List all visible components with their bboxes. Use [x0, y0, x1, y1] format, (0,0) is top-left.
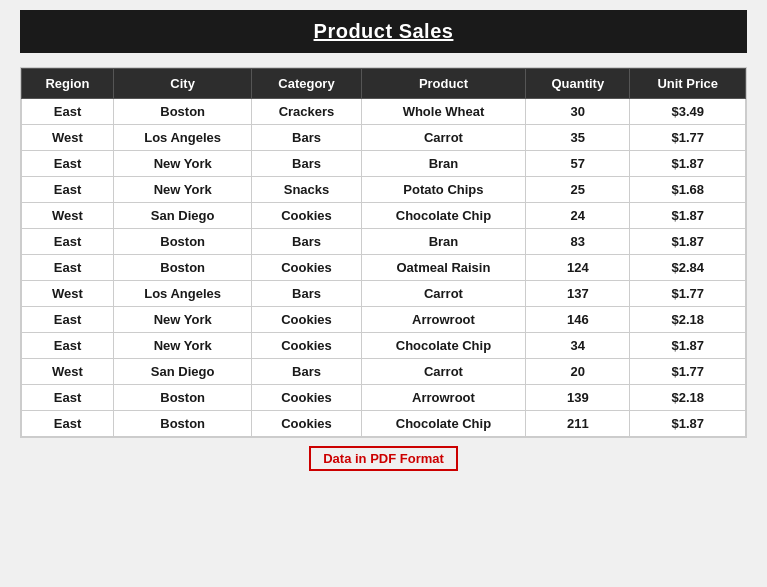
table-cell-r5-c0: East [22, 229, 114, 255]
column-header-category: Category [252, 69, 361, 99]
table-cell-r0-c0: East [22, 99, 114, 125]
table-cell-r5-c1: Boston [113, 229, 251, 255]
table-cell-r3-c0: East [22, 177, 114, 203]
table-cell-r4-c5: $1.87 [630, 203, 746, 229]
table-cell-r11-c3: Arrowroot [361, 385, 526, 411]
table-cell-r1-c2: Bars [252, 125, 361, 151]
table-cell-r9-c0: East [22, 333, 114, 359]
table-cell-r11-c4: 139 [526, 385, 630, 411]
table-row: WestSan DiegoBarsCarrot20$1.77 [22, 359, 746, 385]
table-row: EastBostonCrackersWhole Wheat30$3.49 [22, 99, 746, 125]
table-cell-r6-c0: East [22, 255, 114, 281]
table-cell-r5-c5: $1.87 [630, 229, 746, 255]
table-cell-r0-c5: $3.49 [630, 99, 746, 125]
table-cell-r1-c3: Carrot [361, 125, 526, 151]
table-cell-r7-c2: Bars [252, 281, 361, 307]
column-header-quantity: Quantity [526, 69, 630, 99]
table-cell-r10-c0: West [22, 359, 114, 385]
table-wrapper: RegionCityCategoryProductQuantityUnit Pr… [20, 67, 747, 438]
table-row: EastBostonCookiesArrowroot139$2.18 [22, 385, 746, 411]
table-cell-r1-c4: 35 [526, 125, 630, 151]
table-cell-r6-c3: Oatmeal Raisin [361, 255, 526, 281]
header-row: RegionCityCategoryProductQuantityUnit Pr… [22, 69, 746, 99]
column-header-region: Region [22, 69, 114, 99]
table-cell-r9-c4: 34 [526, 333, 630, 359]
table-cell-r10-c3: Carrot [361, 359, 526, 385]
table-cell-r9-c3: Chocolate Chip [361, 333, 526, 359]
table-cell-r9-c2: Cookies [252, 333, 361, 359]
table-cell-r3-c1: New York [113, 177, 251, 203]
table-cell-r6-c5: $2.84 [630, 255, 746, 281]
table-cell-r2-c1: New York [113, 151, 251, 177]
table-cell-r0-c3: Whole Wheat [361, 99, 526, 125]
table-cell-r9-c1: New York [113, 333, 251, 359]
table-cell-r10-c5: $1.77 [630, 359, 746, 385]
table-row: EastNew YorkSnacksPotato Chips25$1.68 [22, 177, 746, 203]
table-cell-r2-c2: Bars [252, 151, 361, 177]
table-cell-r12-c1: Boston [113, 411, 251, 437]
table-row: WestLos AngelesBarsCarrot137$1.77 [22, 281, 746, 307]
table-cell-r1-c5: $1.77 [630, 125, 746, 151]
table-cell-r3-c5: $1.68 [630, 177, 746, 203]
table-cell-r3-c3: Potato Chips [361, 177, 526, 203]
table-row: EastBostonCookiesOatmeal Raisin124$2.84 [22, 255, 746, 281]
table-header: RegionCityCategoryProductQuantityUnit Pr… [22, 69, 746, 99]
table-cell-r6-c4: 124 [526, 255, 630, 281]
table-cell-r2-c5: $1.87 [630, 151, 746, 177]
table-cell-r0-c1: Boston [113, 99, 251, 125]
table-cell-r2-c4: 57 [526, 151, 630, 177]
table-cell-r12-c2: Cookies [252, 411, 361, 437]
pdf-label-text: Data in PDF Format [309, 446, 458, 471]
column-header-unit-price: Unit Price [630, 69, 746, 99]
table-row: EastNew YorkCookiesChocolate Chip34$1.87 [22, 333, 746, 359]
table-row: EastBostonBarsBran83$1.87 [22, 229, 746, 255]
table-cell-r7-c1: Los Angeles [113, 281, 251, 307]
table-cell-r2-c3: Bran [361, 151, 526, 177]
table-cell-r4-c2: Cookies [252, 203, 361, 229]
table-cell-r0-c2: Crackers [252, 99, 361, 125]
table-cell-r1-c1: Los Angeles [113, 125, 251, 151]
table-row: EastNew YorkBarsBran57$1.87 [22, 151, 746, 177]
table-cell-r4-c4: 24 [526, 203, 630, 229]
table-cell-r7-c4: 137 [526, 281, 630, 307]
table-cell-r11-c0: East [22, 385, 114, 411]
table-cell-r5-c2: Bars [252, 229, 361, 255]
table-cell-r2-c0: East [22, 151, 114, 177]
table-cell-r1-c0: West [22, 125, 114, 151]
table-cell-r0-c4: 30 [526, 99, 630, 125]
page-title: Product Sales [40, 20, 727, 43]
table-cell-r8-c5: $2.18 [630, 307, 746, 333]
table-cell-r4-c0: West [22, 203, 114, 229]
table-row: EastBostonCookiesChocolate Chip211$1.87 [22, 411, 746, 437]
table-cell-r4-c3: Chocolate Chip [361, 203, 526, 229]
table-cell-r3-c2: Snacks [252, 177, 361, 203]
table-cell-r12-c5: $1.87 [630, 411, 746, 437]
title-bar: Product Sales [20, 10, 747, 53]
table-cell-r10-c2: Bars [252, 359, 361, 385]
table-cell-r12-c3: Chocolate Chip [361, 411, 526, 437]
column-header-city: City [113, 69, 251, 99]
table-row: EastNew YorkCookiesArrowroot146$2.18 [22, 307, 746, 333]
column-header-product: Product [361, 69, 526, 99]
table-cell-r11-c5: $2.18 [630, 385, 746, 411]
table-cell-r11-c2: Cookies [252, 385, 361, 411]
table-cell-r6-c1: Boston [113, 255, 251, 281]
table-cell-r8-c0: East [22, 307, 114, 333]
product-sales-table: RegionCityCategoryProductQuantityUnit Pr… [21, 68, 746, 437]
table-cell-r8-c4: 146 [526, 307, 630, 333]
table-cell-r6-c2: Cookies [252, 255, 361, 281]
table-cell-r9-c5: $1.87 [630, 333, 746, 359]
table-cell-r12-c4: 211 [526, 411, 630, 437]
table-cell-r10-c4: 20 [526, 359, 630, 385]
table-cell-r8-c2: Cookies [252, 307, 361, 333]
table-cell-r12-c0: East [22, 411, 114, 437]
table-cell-r7-c3: Carrot [361, 281, 526, 307]
table-row: WestSan DiegoCookiesChocolate Chip24$1.8… [22, 203, 746, 229]
table-cell-r7-c0: West [22, 281, 114, 307]
table-body: EastBostonCrackersWhole Wheat30$3.49West… [22, 99, 746, 437]
table-cell-r3-c4: 25 [526, 177, 630, 203]
table-cell-r8-c3: Arrowroot [361, 307, 526, 333]
table-cell-r4-c1: San Diego [113, 203, 251, 229]
table-cell-r7-c5: $1.77 [630, 281, 746, 307]
table-cell-r5-c3: Bran [361, 229, 526, 255]
